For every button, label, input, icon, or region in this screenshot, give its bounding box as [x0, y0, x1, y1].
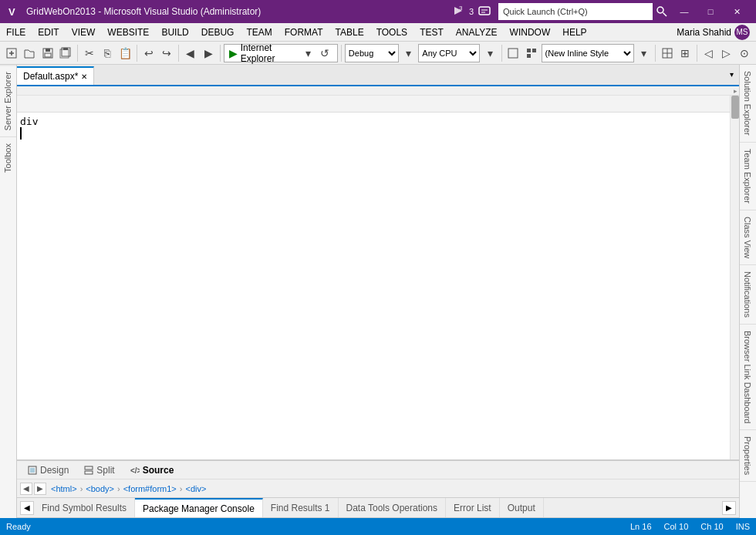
sidebar-item-toolbox[interactable]: Toolbox — [0, 136, 16, 179]
split-tab[interactable]: Split — [76, 463, 122, 477]
breadcrumb-back-btn[interactable]: ◀ — [20, 483, 32, 495]
bottom-tab-output[interactable]: Output — [500, 498, 544, 517]
breadcrumb-div[interactable]: <div> — [182, 484, 209, 493]
svg-rect-3 — [479, 7, 490, 15]
style-dropdown-btn[interactable]: ▾ — [636, 44, 652, 62]
nav-fwd[interactable]: ▷ — [718, 44, 734, 62]
paste-btn[interactable]: 📋 — [117, 44, 133, 62]
tab-default-aspx[interactable]: Default.aspx* ✕ — [17, 66, 94, 85]
redo-btn[interactable]: ↪ — [159, 44, 175, 62]
menu-analyze[interactable]: ANALYZE — [450, 23, 504, 41]
sidebar-solution-explorer[interactable]: Solution Explorer — [740, 65, 756, 143]
line-content: div — [20, 116, 38, 127]
toolbar-grid1[interactable] — [659, 44, 675, 62]
toolbar: ✂ ⎘ 📋 ↩ ↪ ◀ ▶ ▶ Internet Explorer ▾ ↺ De… — [0, 42, 756, 65]
menu-website[interactable]: WEBSITE — [101, 23, 155, 41]
source-tab-label: Source — [143, 465, 174, 476]
split-tab-label: Split — [96, 465, 114, 476]
sidebar-browser-link[interactable]: Browser Link Dashboard — [740, 325, 756, 430]
save-all-btn[interactable] — [57, 44, 73, 62]
menu-debug[interactable]: DEBUG — [195, 23, 241, 41]
refresh-btn[interactable]: ↺ — [316, 44, 332, 62]
undo-btn[interactable]: ↩ — [140, 44, 157, 62]
nav-back[interactable]: ◁ — [700, 44, 717, 62]
toolbar-grid2[interactable]: ⊞ — [677, 44, 693, 62]
breadcrumb-body[interactable]: <body> — [83, 484, 117, 493]
svg-rect-12 — [46, 49, 50, 52]
forward-btn[interactable]: ▶ — [200, 44, 216, 62]
design-tab[interactable]: Design — [20, 463, 76, 477]
editor-scrollbar-right[interactable] — [730, 96, 739, 459]
menu-test[interactable]: TEST — [413, 23, 450, 41]
svg-rect-13 — [45, 53, 51, 57]
tab-dropdown-btn[interactable]: ▾ — [724, 65, 739, 85]
inline-style-select[interactable]: (New Inline Style — [542, 44, 634, 62]
save-btn[interactable] — [39, 44, 56, 62]
menu-bar: FILE EDIT VIEW WEBSITE BUILD DEBUG TEAM … — [0, 23, 756, 42]
sidebar-item-server-explorer[interactable]: Server Explorer — [0, 65, 16, 136]
quick-launch-input[interactable] — [498, 3, 653, 20]
notification-badge: 3 — [469, 7, 474, 16]
bottom-scroll-right-btn[interactable]: ▶ — [722, 501, 736, 515]
menu-format[interactable]: FORMAT — [278, 23, 329, 41]
main-layout: Server Explorer Toolbox Default.aspx* ✕ … — [0, 65, 756, 518]
platform-select[interactable]: Any CPU — [418, 44, 480, 62]
design-tab-label: Design — [40, 465, 69, 476]
left-sidebar: Server Explorer Toolbox — [0, 65, 17, 518]
platform-dropdown-btn[interactable]: ▾ — [481, 44, 498, 62]
nav-stop[interactable]: ⊙ — [737, 44, 753, 62]
menu-help[interactable]: HELP — [556, 23, 592, 41]
user-area: Maria Shahid MS — [677, 25, 756, 40]
editor-line-1: div — [20, 116, 727, 127]
new-project-btn[interactable] — [3, 44, 19, 62]
breadcrumb-fwd-btn[interactable]: ▶ — [34, 483, 46, 495]
toolbar-extra1[interactable] — [505, 44, 521, 62]
bottom-tab-find-symbol[interactable]: Find Symbol Results — [34, 498, 135, 517]
minimize-button[interactable]: — — [671, 0, 697, 23]
tab-close-btn[interactable]: ✕ — [81, 72, 87, 81]
find-symbol-tab-label: Find Symbol Results — [42, 503, 127, 513]
menu-build[interactable]: BUILD — [155, 23, 194, 41]
bottom-tab-find-results[interactable]: Find Results 1 — [263, 498, 339, 517]
run-arrow-icon: ▶ — [229, 47, 238, 59]
menu-team[interactable]: TEAM — [240, 23, 278, 41]
run-button[interactable]: ▶ Internet Explorer ▾ ↺ — [224, 44, 338, 62]
menu-table[interactable]: TABLE — [329, 23, 370, 41]
open-btn[interactable] — [21, 44, 37, 62]
sidebar-notifications[interactable]: Notifications — [740, 265, 756, 325]
breadcrumb-form[interactable]: <form#form1> — [120, 484, 180, 493]
back-btn[interactable]: ◀ — [182, 44, 198, 62]
scrollbar-thumb[interactable] — [731, 96, 739, 119]
menu-window[interactable]: WINDOW — [504, 23, 557, 41]
bottom-tab-data-tools[interactable]: Data Tools Operations — [339, 498, 447, 517]
data-tools-tab-label: Data Tools Operations — [346, 503, 438, 513]
bottom-scroll-left-btn[interactable]: ◀ — [20, 501, 34, 515]
menu-tools[interactable]: TOOLS — [370, 23, 413, 41]
run-dropdown-btn[interactable]: ▾ — [302, 45, 313, 62]
copy-btn[interactable]: ⎘ — [99, 44, 115, 62]
bottom-tab-error-list[interactable]: Error List — [446, 498, 500, 517]
menu-file[interactable]: FILE — [0, 23, 32, 41]
source-tab[interactable]: </> Source — [123, 463, 182, 477]
close-button[interactable]: ✕ — [724, 0, 750, 23]
toolbar-extra2[interactable] — [523, 44, 539, 62]
user-avatar[interactable]: MS — [734, 25, 750, 40]
output-tab-label: Output — [508, 503, 535, 513]
debug-dropdown-btn[interactable]: ▾ — [400, 44, 417, 62]
sidebar-team-explorer[interactable]: Team Explorer — [740, 143, 756, 210]
sidebar-properties[interactable]: Properties — [740, 430, 756, 482]
menu-edit[interactable]: EDIT — [32, 23, 65, 41]
editor-content[interactable]: div — [17, 113, 730, 143]
maximize-button[interactable]: □ — [697, 0, 724, 23]
menu-view[interactable]: VIEW — [66, 23, 102, 41]
bottom-tab-package-manager[interactable]: Package Manager Console — [135, 498, 263, 517]
editor-scrollbar-top[interactable]: ▸ — [17, 86, 739, 96]
status-ins: INS — [736, 522, 750, 531]
cut-btn[interactable]: ✂ — [81, 44, 97, 62]
editor-area[interactable]: div — [17, 96, 730, 459]
sidebar-class-view[interactable]: Class View — [740, 210, 756, 265]
cursor-line — [20, 127, 727, 140]
svg-rect-18 — [527, 49, 531, 52]
breadcrumb-html[interactable]: <html> — [48, 484, 80, 493]
debug-config-select[interactable]: Debug Release — [345, 44, 399, 62]
